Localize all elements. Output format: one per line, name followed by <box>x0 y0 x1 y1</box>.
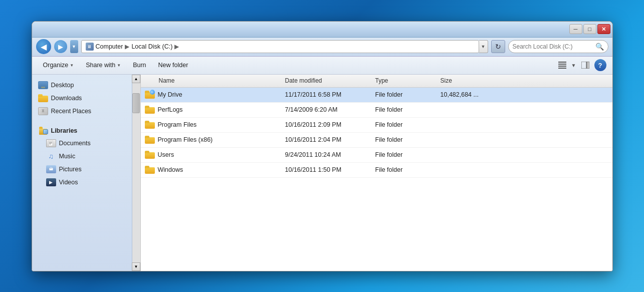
window-controls: ─ □ ✕ <box>569 24 610 34</box>
refresh-button[interactable]: ↻ <box>491 40 505 53</box>
file-name: Windows <box>158 166 183 173</box>
nav-dropdown-button[interactable]: ▼ <box>70 40 78 53</box>
sidebar-label-documents: Documents <box>59 140 91 147</box>
sidebar-libraries-label: Libraries <box>51 127 78 134</box>
table-row[interactable]: Program Files 10/16/2011 2:09 PM File fo… <box>141 118 612 133</box>
svg-rect-1 <box>558 64 566 65</box>
sidebar-item-downloads[interactable]: Downloads <box>32 92 132 105</box>
sidebar-scrollbar: ▲ ▼ <box>132 75 141 271</box>
col-header-size[interactable]: Size <box>437 77 612 84</box>
music-icon: ♫ <box>46 152 56 161</box>
table-row[interactable]: Users 9/24/2011 10:24 AM File folder <box>141 148 612 163</box>
search-input[interactable] <box>513 43 592 50</box>
path-computer-icon: 🖥 <box>86 43 94 51</box>
toolbar: Organize ▼ Share with ▼ Burn New folder … <box>32 57 612 75</box>
preview-pane-button[interactable] <box>578 59 592 72</box>
address-path[interactable]: 🖥 Computer ▶ Local Disk (C:) ▶ <box>81 40 479 53</box>
file-type-cell: File folder <box>371 121 437 128</box>
col-header-date[interactable]: Date modified <box>281 77 371 84</box>
scroll-track <box>132 83 140 262</box>
file-name: PerfLogs <box>158 106 183 113</box>
minimize-button[interactable]: ─ <box>569 24 582 34</box>
desktop-icon <box>38 81 48 90</box>
file-name-cell: Windows <box>141 166 281 174</box>
sidebar-label-music: Music <box>59 153 76 160</box>
path-computer-label: Computer <box>96 43 123 50</box>
main-content: Desktop Downloads ⧖ Recent Places <box>32 75 612 271</box>
file-name-cell: PerfLogs <box>141 106 281 114</box>
view-caret[interactable]: ▼ <box>571 63 576 68</box>
sidebar-item-recent[interactable]: ⧖ Recent Places <box>32 105 132 118</box>
search-box: 🔍 <box>508 40 608 53</box>
file-type-cell: File folder <box>371 136 437 143</box>
sidebar-item-documents[interactable]: Documents <box>40 137 132 150</box>
new-folder-button[interactable]: New folder <box>153 59 193 72</box>
file-name-cell: Program Files (x86) <box>141 136 281 144</box>
file-type-cell: File folder <box>371 151 437 158</box>
table-row[interactable]: Windows 10/16/2011 1:50 PM File folder <box>141 163 612 178</box>
pictures-icon-img: 🏔 <box>46 165 56 173</box>
sidebar-label-downloads: Downloads <box>51 95 82 102</box>
organize-button[interactable]: Organize ▼ <box>38 59 79 72</box>
help-button[interactable]: ? <box>594 59 606 71</box>
svg-rect-7 <box>49 142 52 142</box>
sidebar-item-music[interactable]: ♫ Music <box>40 150 132 163</box>
maximize-button[interactable]: □ <box>583 24 596 34</box>
svg-rect-2 <box>558 66 566 67</box>
burn-button[interactable]: Burn <box>128 59 151 72</box>
downloads-icon <box>38 94 48 103</box>
file-date-cell: 10/16/2011 2:04 PM <box>281 136 371 143</box>
desktop-icon-img <box>38 81 48 89</box>
file-date-cell: 10/16/2011 2:09 PM <box>281 121 371 128</box>
videos-icon: ▶ <box>46 178 56 187</box>
path-sep2: ▶ <box>174 43 179 50</box>
close-button[interactable]: ✕ <box>597 24 610 34</box>
recent-icon: ⧖ <box>38 107 48 116</box>
file-name: Program Files (x86) <box>158 136 213 143</box>
col-header-type[interactable]: Type <box>371 77 437 84</box>
sidebar-item-videos[interactable]: ▶ Videos <box>40 176 132 189</box>
scroll-up-arrow[interactable]: ▲ <box>132 75 140 83</box>
share-caret: ▼ <box>117 63 121 68</box>
file-name-cell: Program Files <box>141 121 281 129</box>
explorer-window: ─ □ ✕ ◀ ▶ ▼ 🖥 Computer ▶ Local Disk (C:)… <box>32 21 613 271</box>
file-type-cell: File folder <box>371 106 437 113</box>
search-icon[interactable]: 🔍 <box>595 43 604 51</box>
file-date-cell: 7/14/2009 6:20 AM <box>281 106 371 113</box>
title-bar: ─ □ ✕ <box>32 22 612 38</box>
table-row[interactable]: PerfLogs 7/14/2009 6:20 AM File folder <box>141 103 612 118</box>
scroll-thumb[interactable] <box>132 93 140 113</box>
table-row[interactable]: G My Drive 11/17/2011 6:58 PM File folde… <box>141 88 612 103</box>
sidebar-item-desktop[interactable]: Desktop <box>32 79 132 92</box>
sidebar-label-desktop: Desktop <box>51 82 74 89</box>
back-button[interactable]: ◀ <box>36 39 51 54</box>
videos-icon-img: ▶ <box>46 178 56 186</box>
table-row[interactable]: Program Files (x86) 10/16/2011 2:04 PM F… <box>141 133 612 148</box>
path-disk-label: Local Disk (C:) <box>131 43 172 50</box>
address-bar: ◀ ▶ ▼ 🖥 Computer ▶ Local Disk (C:) ▶ ▼ ↻… <box>32 38 612 57</box>
toolbar-right: ▼ ? <box>555 59 606 72</box>
sidebar-item-pictures[interactable]: 🏔 Pictures <box>40 163 132 176</box>
svg-rect-4 <box>581 62 586 69</box>
path-dropdown-button[interactable]: ▼ <box>479 40 488 53</box>
scroll-down-arrow[interactable]: ▼ <box>132 262 140 271</box>
col-header-name[interactable]: Name <box>141 77 281 84</box>
file-date-cell: 11/17/2011 6:58 PM <box>281 91 371 98</box>
svg-rect-5 <box>587 62 589 69</box>
view-details-button[interactable] <box>555 59 569 72</box>
svg-rect-8 <box>49 143 52 143</box>
sidebar: Desktop Downloads ⧖ Recent Places <box>32 75 132 271</box>
file-date-cell: 10/16/2011 1:50 PM <box>281 166 371 173</box>
forward-button[interactable]: ▶ <box>54 40 67 53</box>
libraries-icon <box>38 127 48 135</box>
share-with-button[interactable]: Share with ▼ <box>81 59 126 72</box>
file-size-cell: 10,482,684 ... <box>437 91 612 98</box>
file-name: Program Files <box>158 121 197 128</box>
documents-icon <box>46 139 56 148</box>
sidebar-libraries-header[interactable]: Libraries <box>32 123 132 137</box>
svg-rect-0 <box>558 62 566 63</box>
file-date-cell: 9/24/2011 10:24 AM <box>281 151 371 158</box>
sidebar-libraries-subsection: Documents ♫ Music 🏔 Pictures ▶ <box>32 137 132 189</box>
file-rows-container: G My Drive 11/17/2011 6:58 PM File folde… <box>141 88 612 178</box>
file-name-cell: G My Drive <box>141 91 281 99</box>
